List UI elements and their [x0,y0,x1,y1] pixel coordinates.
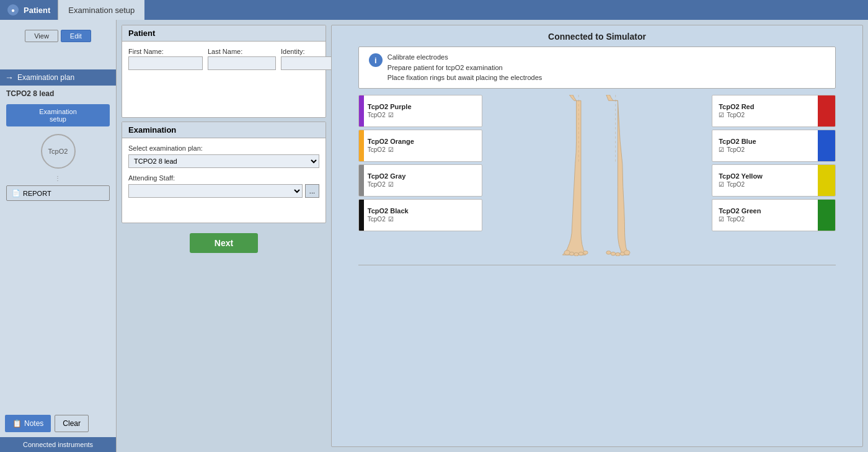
electrode-left-0: TcpO2 Purple TcpO2 ☑ [358,95,482,127]
electrode-color-bar [818,130,835,161]
electrode-right-0: TcpO2 Red ☑ TcpO2 [712,95,836,127]
patient-section: View Edit [0,20,116,69]
electrode-check: ☑ [719,146,724,153]
svg-point-6 [611,252,615,255]
info-text: Calibrate electrodes Prepare patient for… [388,52,542,83]
electrode-right-1: TcpO2 Blue ☑ TcpO2 [712,130,836,162]
electrode-info: TcpO2 Gray TcpO2 ☑ [364,170,482,190]
electrode-check: ☑ [719,181,724,188]
electrode-info: TcpO2 Purple TcpO2 ☑ [364,100,482,121]
electrode-info: TcpO2 Yellow ☑ TcpO2 [712,170,818,190]
examination-setup-tab[interactable]: Examination setup [58,0,144,20]
electrode-sub-row: ☑ TcpO2 [719,216,814,223]
right-electrodes: TcpO2 Red ☑ TcpO2 TcpO2 Blue ☑ TcpO2 Tcp… [712,95,836,256]
svg-point-5 [606,250,611,254]
legs-diagram [547,95,647,256]
electrode-check: ☑ [388,112,394,118]
select-plan-label: Select examination plan: [128,144,319,152]
electrode-right-2: TcpO2 Yellow ☑ TcpO2 [712,164,836,197]
tcpo2-label: TCPO2 8 lead [0,86,116,102]
patient-icon: ● [7,4,19,16]
info-line3: Place fixation rings but await placing t… [388,74,542,81]
attending-staff-select[interactable] [128,184,303,198]
electrode-check: ☑ [719,112,724,118]
examination-panel: Examination Select examination plan: TCP… [122,122,326,223]
first-name-input[interactable] [128,56,203,70]
electrode-color-bar [359,165,364,196]
electrode-type: TcpO2 [727,146,745,153]
last-name-group: Last Name: [208,48,276,70]
info-line1: Calibrate electrodes [388,53,448,61]
svg-point-7 [616,252,620,256]
attending-row: ... [128,184,319,198]
next-button-row: Next [122,233,326,253]
examination-panel-body: Select examination plan: TCPO2 8 lead At… [122,138,326,223]
electrode-info: TcpO2 Red ☑ TcpO2 [712,100,818,121]
electrode-color-bar [818,200,835,231]
electrode-type: TcpO2 [368,146,386,153]
patient-panel-header: Patient [122,25,326,42]
examination-panel-header: Examination [122,122,326,138]
info-line2: Prepare patient for tcpO2 examination [388,64,503,71]
electrode-type: TcpO2 [368,216,386,223]
svg-point-3 [578,252,583,255]
electrode-color-bar [818,95,835,126]
last-name-input[interactable] [208,56,276,70]
electrode-type: TcpO2 [727,216,745,223]
content-area: Patient First Name: Last Name: [117,20,868,452]
notes-button[interactable]: 📋 Notes [5,415,51,432]
electrode-color-bar [359,200,364,231]
report-button[interactable]: 📄 REPORT [6,185,110,201]
electrode-right-3: TcpO2 Green ☑ TcpO2 [712,199,836,231]
electrode-sub-row: ☑ TcpO2 [719,146,814,153]
right-panel: Connected to Simulator i Calibrate elect… [331,25,863,447]
electrode-sub-row: ☑ TcpO2 [719,181,814,188]
connected-instruments-bar[interactable]: Connected instruments [0,437,116,452]
exam-plan-label: Examination plan [17,73,74,82]
dots-separator: ⋮ [0,175,116,182]
tcpo2-circle: TcpO2 [41,134,76,169]
electrode-check: ☑ [388,146,394,153]
electrode-name: TcpO2 Yellow [719,172,814,180]
electrode-sub-row: TcpO2 ☑ [368,146,478,153]
report-label: REPORT [23,190,51,197]
electrode-sub-row: TcpO2 ☑ [368,181,478,188]
left-form: Patient First Name: Last Name: [122,25,326,447]
electrode-info: TcpO2 Green ☑ TcpO2 [712,205,818,225]
patient-fields-row: First Name: Last Name: Identity: [128,48,319,70]
browse-button[interactable]: ... [305,184,319,198]
electrode-name: TcpO2 Orange [368,138,478,145]
report-icon: 📄 [12,189,20,197]
electrode-name: TcpO2 Blue [719,138,814,145]
electrode-type: TcpO2 [727,181,745,188]
edit-button[interactable]: Edit [61,30,91,42]
electrode-type: TcpO2 [727,112,745,118]
main-layout: View Edit → Examination plan TCPO2 8 lea… [0,20,868,452]
clear-button[interactable]: Clear [55,415,89,432]
connected-instruments-label: Connected instruments [23,441,93,448]
svg-point-4 [583,250,588,254]
top-bar: ● Patient Examination setup [0,0,868,20]
electrode-sub-row: TcpO2 ☑ [368,112,478,118]
electrode-left-2: TcpO2 Gray TcpO2 ☑ [358,164,482,197]
exam-setup-step[interactable]: Examinationsetup [6,104,110,126]
view-button[interactable]: View [25,30,58,42]
exam-plan-select[interactable]: TCPO2 8 lead [128,154,319,168]
patient-tab-label: Patient [24,6,50,15]
electrode-left-1: TcpO2 Orange TcpO2 ☑ [358,130,482,162]
notes-label: Notes [24,419,43,428]
electrode-area: TcpO2 Purple TcpO2 ☑ TcpO2 Orange TcpO2 … [358,95,836,256]
electrode-color-bar [818,165,835,196]
electrode-name: TcpO2 Black [368,207,478,215]
first-name-group: First Name: [128,48,203,70]
arrow-icon: → [5,73,14,82]
electrode-info: TcpO2 Blue ☑ TcpO2 [712,135,818,156]
electrode-info: TcpO2 Orange TcpO2 ☑ [364,135,482,156]
view-edit-buttons: View Edit [25,30,91,42]
next-button[interactable]: Next [190,233,258,253]
patient-tab[interactable]: ● Patient [0,0,58,20]
patient-extra-space [128,74,319,111]
electrode-type: TcpO2 [368,181,386,188]
sidebar-spacer [0,203,116,410]
info-box: i Calibrate electrodes Prepare patient f… [358,47,836,89]
